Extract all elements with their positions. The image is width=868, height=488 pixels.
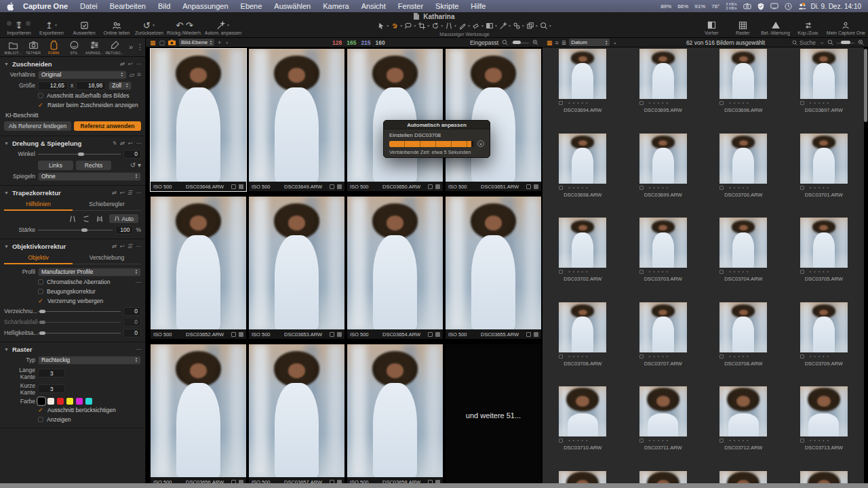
tab-guides[interactable]: Hilfslinien — [4, 199, 73, 211]
crop-tool-icon[interactable]: ⌗ — [137, 70, 141, 79]
photo-thumbnail[interactable]: ISO 500DSC03656.ARW — [151, 344, 246, 487]
select-checkbox[interactable] — [800, 354, 804, 359]
fast-user-switch-icon[interactable] — [798, 3, 805, 10]
browser-thumbnail[interactable]: •••••DSC03708.ARW — [703, 301, 784, 386]
erase-mask-tool-icon[interactable]: ▼ — [472, 22, 484, 30]
more-icon[interactable]: ⋯ — [136, 346, 141, 352]
auswerten-button[interactable]: Auswerten — [69, 20, 99, 35]
menu-capture-one[interactable]: Capture One — [17, 2, 74, 10]
copy-adjustment-icon[interactable]: ⇄ — [120, 140, 125, 146]
search-field[interactable]: Suche — [792, 39, 816, 46]
rating-dots[interactable]: ••••• — [568, 186, 590, 190]
browser-thumbnail[interactable]: •••••DSC03699.ARW — [623, 132, 704, 217]
draw-mask-tool-icon[interactable]: ▼ — [458, 22, 471, 30]
tool-tab-tether[interactable]: TETHER — [23, 40, 43, 55]
reset-icon[interactable]: ↩ — [119, 243, 124, 249]
panel-grid-header[interactable]: ▼ Raster ⋯ — [0, 344, 145, 354]
rating-dots[interactable]: ••••• — [810, 354, 831, 359]
flip-select[interactable]: Ohne▲▼ — [38, 172, 141, 181]
browser-thumbnail[interactable]: •••••DSC03705.ARW — [784, 216, 865, 301]
rating-dots[interactable]: ••••• — [649, 186, 671, 190]
select-checkbox[interactable] — [719, 354, 724, 359]
brightness-falloff-slider[interactable] — [38, 329, 121, 338]
menu-ansicht[interactable]: Ansicht — [355, 2, 392, 10]
amount-slider[interactable] — [38, 226, 113, 235]
camera-menubar-icon[interactable] — [743, 3, 751, 9]
select-checkbox[interactable] — [639, 186, 644, 190]
browser-thumbnail[interactable]: •••••DSC03701.ARW — [784, 132, 865, 217]
expand-tools-icon[interactable]: » — [129, 43, 133, 52]
straighten-tool-icon[interactable]: ↺ ▾ — [130, 161, 141, 169]
more-icon[interactable]: ⋯ — [136, 140, 141, 146]
photo-thumbnail[interactable]: ISO 500DSC03658.ARW — [347, 344, 443, 487]
hide-distortion-checkbox[interactable]: ✓ — [38, 298, 44, 304]
more-icon[interactable]: ⋯ — [136, 243, 141, 249]
keystone-vertical-icon[interactable] — [68, 215, 77, 223]
photo-thumbnail[interactable]: ISO 500DSC03655.ARW — [446, 197, 541, 339]
copy-adjustment-icon[interactable]: ⇄ — [111, 190, 116, 196]
color-tag-checkbox[interactable] — [428, 184, 433, 189]
rating-dots[interactable]: ••••• — [810, 270, 831, 274]
rating-dots[interactable]: ••••• — [649, 270, 671, 274]
reset-icon[interactable]: ↩ — [127, 61, 132, 67]
rating-dots[interactable]: ••••• — [649, 354, 671, 359]
keystone-tool-icon[interactable]: ▼ — [445, 22, 457, 30]
vorher-button[interactable]: Vorher — [698, 20, 724, 35]
panel-crop-header[interactable]: ▼ Zuschneiden ⇄↩⋯ — [0, 58, 145, 69]
menubar-clock[interactable]: Di. 9. Dez. 14:10 — [811, 3, 861, 10]
r-ckg-wiederh-button[interactable]: ↶ ↷Rückg./Wiederh. — [167, 20, 202, 35]
photo-thumbnail[interactable]: ISO 500DSC03649.ARW — [249, 49, 344, 191]
select-checkbox[interactable] — [800, 101, 804, 105]
rotate-tool-icon[interactable]: ▼ — [431, 22, 443, 30]
select-checkbox[interactable] — [639, 354, 644, 359]
rating-dots[interactable]: ••••• — [729, 101, 751, 105]
menu-datei[interactable]: Datei — [74, 2, 104, 10]
grid-color-swatch[interactable] — [85, 398, 92, 405]
distortion-value[interactable]: 0 — [123, 307, 141, 316]
set-reference-button[interactable]: Als Referenz festlegen — [4, 121, 71, 131]
copy-adjustment-icon[interactable]: ⇄ — [111, 243, 116, 249]
list-view-icon[interactable]: ≡ — [555, 39, 559, 46]
tab-shift[interactable]: Verschiebung — [73, 253, 141, 264]
menu-ebene[interactable]: Ebene — [235, 2, 269, 10]
zur-cksetzen-button[interactable]: ↺▼Zurücksetzen — [134, 20, 164, 35]
more-icon[interactable]: ⋯ — [136, 190, 141, 196]
browser-thumbnail[interactable]: •••••DSC03698.ARW — [542, 132, 623, 217]
tools-menu-icon[interactable]: ⋮ — [136, 43, 144, 52]
diffraction-checkbox[interactable] — [38, 289, 43, 294]
tool-tab-bibliot[interactable]: BIBLIOT... — [3, 40, 23, 55]
menu-hilfe[interactable]: Hilfe — [465, 2, 492, 10]
color-tag-checkbox[interactable] — [231, 332, 236, 337]
magic-brush-tool-icon[interactable]: ▼ — [499, 22, 511, 30]
color-tag-checkbox[interactable] — [428, 332, 433, 337]
rating-dots[interactable]: ••••• — [729, 270, 751, 274]
browser-thumbnail[interactable]: •••••DSC03702.ARW — [542, 216, 623, 301]
color-tag-checkbox[interactable] — [526, 332, 531, 337]
browser-thumbnail[interactable]: •••••DSC03706.ARW — [542, 301, 623, 386]
sort-by-select[interactable]: Datum▲▼ — [569, 39, 610, 46]
keystone-both-icon[interactable] — [96, 215, 104, 223]
select-checkbox[interactable] — [800, 439, 804, 443]
panel-lens-header[interactable]: ▼ Objektivkorrektur ⇄↩☰⋯ — [0, 241, 145, 251]
select-checkbox[interactable] — [639, 270, 644, 274]
photo-thumbnail[interactable]: ISO 500DSC03648.ARW — [151, 49, 246, 191]
ca-more-button[interactable]: ⋯ — [136, 279, 142, 285]
browser-thumbnail[interactable]: •••••DSC03704.ARW — [703, 216, 784, 301]
rating-dots[interactable]: ••••• — [568, 354, 590, 359]
reset-icon[interactable]: ↩ — [119, 190, 124, 196]
add-layer-button[interactable]: + — [218, 39, 221, 46]
tool-tab-stil[interactable]: STIL — [64, 40, 84, 55]
proof-view-icon[interactable]: ▢ — [159, 39, 165, 46]
long-edge-field[interactable]: 3 — [38, 369, 65, 378]
grid-color-swatch[interactable] — [38, 398, 45, 405]
browser-thumbnail[interactable]: •••••DSC03713.ARW — [784, 385, 865, 470]
rating-dots[interactable]: ••••• — [568, 101, 590, 105]
apple-menu-icon[interactable] — [7, 2, 14, 11]
panel-rotation-header[interactable]: ▼ Drehung & Spiegelung ✎⇄↩⋯ — [0, 138, 145, 148]
ratio-select[interactable]: Original▲▼ — [38, 70, 127, 79]
zoom-out-icon[interactable] — [502, 39, 508, 45]
rotate-right-button[interactable]: Rechts — [76, 161, 111, 170]
rating-dots[interactable]: ••••• — [568, 270, 590, 274]
angle-slider[interactable] — [38, 150, 121, 159]
browser-thumbnail[interactable]: •••••DSC03707.ARW — [623, 301, 704, 386]
